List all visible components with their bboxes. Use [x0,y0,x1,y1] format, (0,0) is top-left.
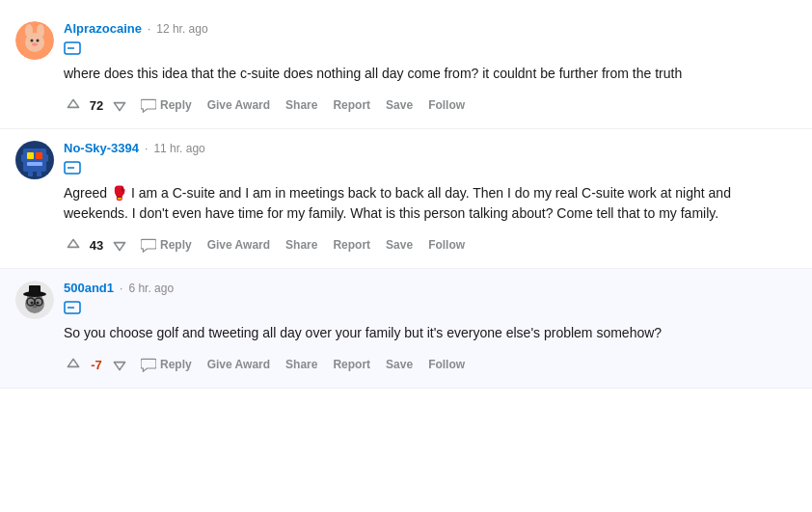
vote-controls-comment-2: 43 [64,235,129,255]
downvote-btn-comment-1[interactable] [110,95,129,115]
svg-rect-15 [44,154,48,162]
give-award-btn-comment-1[interactable]: Give Award [203,94,274,116]
reply-btn-comment-3[interactable]: Reply [137,353,196,376]
vote-count-comment-3: -7 [87,358,106,372]
svg-rect-17 [37,172,41,176]
report-btn-comment-3[interactable]: Report [329,354,374,375]
comment-1: Alprazocaine · 12 hr. ago where does thi… [0,10,812,129]
comment-text-comment-2: Agreed 🥊 I am a C-suite and I am in meet… [64,183,797,224]
downvote-btn-comment-2[interactable] [110,235,129,255]
comments-section: Alprazocaine · 12 hr. ago where does thi… [0,0,812,398]
comment-2: No-Sky-3394 · 11 hr. ago Agreed 🥊 I am a… [0,129,812,269]
reply-btn-comment-1[interactable]: Reply [137,94,196,117]
save-btn-comment-3[interactable]: Save [382,354,417,375]
collapse-icon-comment-2[interactable] [64,161,797,177]
svg-point-24 [31,302,34,305]
dot-comment-3: · [120,282,122,295]
svg-point-5 [37,40,40,42]
svg-rect-16 [28,172,33,176]
report-btn-comment-2[interactable]: Report [329,234,374,256]
comment-body-comment-3: 500and1 · 6 hr. ago So you choose golf a… [64,281,797,376]
svg-point-4 [31,40,34,42]
svg-rect-10 [23,148,46,172]
timestamp-comment-1: 12 hr. ago [156,22,207,36]
upvote-btn-comment-3[interactable] [64,355,83,374]
collapse-icon-comment-3[interactable] [64,301,797,317]
share-btn-comment-3[interactable]: Share [282,354,321,375]
comment-header-comment-1: Alprazocaine · 12 hr. ago [64,21,797,36]
upvote-btn-comment-1[interactable] [64,95,83,115]
comment-header-comment-2: No-Sky-3394 · 11 hr. ago [64,141,797,155]
comment-text-comment-3: So you choose golf and tweeting all day … [64,323,797,343]
username-comment-3[interactable]: 500and1 [64,281,114,295]
follow-btn-comment-3[interactable]: Follow [424,354,469,375]
save-btn-comment-2[interactable]: Save [382,234,417,256]
timestamp-comment-3: 6 hr. ago [128,282,174,295]
reply-btn-comment-2[interactable]: Reply [137,233,196,256]
follow-btn-comment-1[interactable]: Follow [424,94,469,116]
svg-rect-28 [29,285,41,295]
comment-3: 500and1 · 6 hr. ago So you choose golf a… [0,269,812,389]
username-comment-2[interactable]: No-Sky-3394 [64,141,139,155]
comment-header-comment-3: 500and1 · 6 hr. ago [64,281,797,295]
comment-actions-comment-3: -7 Reply Give Award Share Report [64,353,797,376]
collapse-icon-comment-1[interactable] [64,41,797,58]
comment-body-comment-1: Alprazocaine · 12 hr. ago where does thi… [64,21,797,117]
downvote-btn-comment-3[interactable] [110,355,129,374]
avatar-comment-1 [15,21,54,60]
svg-rect-13 [27,162,42,166]
comment-body-comment-2: No-Sky-3394 · 11 hr. ago Agreed 🥊 I am a… [64,141,797,256]
comment-actions-comment-1: 72 Reply Give Award Share Report [64,94,797,117]
vote-controls-comment-1: 72 [64,95,129,115]
share-btn-comment-1[interactable]: Share [282,94,321,116]
upvote-btn-comment-2[interactable] [64,235,83,255]
avatar-comment-2 [15,141,54,179]
svg-point-3 [25,33,44,52]
svg-rect-12 [36,152,42,159]
svg-rect-14 [21,154,25,162]
report-btn-comment-1[interactable]: Report [329,94,374,116]
vote-controls-comment-3: -7 [64,355,129,374]
save-btn-comment-1[interactable]: Save [382,94,417,116]
give-award-btn-comment-2[interactable]: Give Award [203,234,274,256]
vote-count-comment-2: 43 [87,238,106,253]
username-comment-1[interactable]: Alprazocaine [64,21,142,36]
avatar-comment-3 [15,281,54,319]
svg-point-25 [37,302,40,305]
timestamp-comment-2: 11 hr. ago [153,142,204,155]
follow-btn-comment-2[interactable]: Follow [424,234,469,256]
comment-actions-comment-2: 43 Reply Give Award Share Report [64,233,797,256]
give-award-btn-comment-3[interactable]: Give Award [203,354,274,375]
svg-point-6 [32,43,38,46]
svg-rect-11 [27,152,34,159]
share-btn-comment-2[interactable]: Share [282,234,321,256]
dot-comment-1: · [148,22,150,36]
comment-text-comment-1: where does this idea that the c-suite do… [64,64,797,84]
vote-count-comment-1: 72 [87,98,106,113]
dot-comment-2: · [145,142,148,155]
